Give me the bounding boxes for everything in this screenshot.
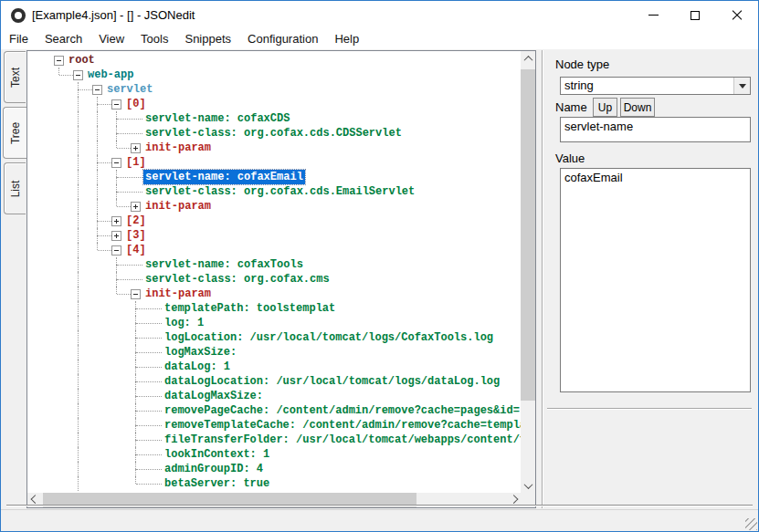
tree-node-label[interactable]: fileTransferFolder: /usr/local/tomcat/we… bbox=[164, 433, 521, 447]
collapse-icon[interactable] bbox=[54, 56, 64, 66]
tree-row[interactable]: fileTransferFolder: /usr/local/tomcat/we… bbox=[27, 433, 521, 447]
node-type-select[interactable]: string bbox=[560, 77, 751, 95]
tab-text[interactable]: Text bbox=[4, 51, 26, 103]
json-tree-view[interactable]: rootweb-appservlet[0]servlet-name: cofax… bbox=[27, 51, 521, 493]
tree-node-label[interactable]: servlet bbox=[107, 82, 153, 97]
tree-node-label[interactable]: init-param bbox=[145, 199, 211, 214]
tree-node-label[interactable]: servlet-class: org.cofax.cds.EmailServle… bbox=[145, 184, 415, 199]
expand-icon[interactable] bbox=[131, 202, 141, 212]
menu-item-snippets[interactable]: Snippets bbox=[176, 29, 239, 49]
tree-row[interactable]: [0] bbox=[27, 97, 521, 111]
vertical-scrollbar[interactable] bbox=[521, 51, 535, 493]
tree-node-label[interactable]: [2] bbox=[126, 214, 146, 228]
tree-node-label[interactable]: init-param bbox=[145, 287, 211, 301]
tree-row[interactable]: servlet-class: org.cofax.cds.CDSServlet bbox=[27, 126, 521, 141]
tree-node-label[interactable]: [1] bbox=[126, 155, 146, 170]
tree-row[interactable]: root bbox=[27, 53, 521, 68]
scroll-down-button[interactable] bbox=[521, 478, 535, 493]
tree-node-label[interactable]: servlet-name: cofaxCDS bbox=[145, 111, 290, 126]
tree-node-label[interactable]: lookInContext: 1 bbox=[164, 447, 269, 462]
tree-row[interactable]: init-param bbox=[27, 199, 521, 214]
tree-row[interactable]: [3] bbox=[27, 228, 521, 243]
collapse-icon[interactable] bbox=[111, 99, 121, 110]
tree-row[interactable]: init-param bbox=[27, 287, 521, 301]
tree-row[interactable]: dataLog: 1 bbox=[27, 360, 521, 374]
tree-node-label[interactable]: adminGroupID: 4 bbox=[164, 462, 263, 476]
tree-row[interactable]: adminGroupID: 4 bbox=[27, 462, 521, 476]
tree-node-label[interactable]: init-param bbox=[145, 141, 211, 155]
menu-item-help[interactable]: Help bbox=[326, 29, 367, 49]
tree-row[interactable]: servlet-name: cofaxEmail bbox=[27, 170, 521, 184]
tree-node-label[interactable]: servlet-name: cofaxEmail bbox=[143, 170, 305, 184]
tree-row[interactable]: servlet-name: cofaxCDS bbox=[27, 111, 521, 126]
combo-dropdown-button[interactable] bbox=[733, 78, 750, 94]
tree-row[interactable]: removeTemplateCache: /content/admin/remo… bbox=[27, 418, 521, 433]
up-button[interactable]: Up bbox=[593, 98, 617, 117]
maximize-button[interactable] bbox=[674, 1, 716, 29]
tree-row[interactable]: logLocation: /usr/local/tomcat/logs/Cofa… bbox=[27, 330, 521, 345]
collapse-icon[interactable] bbox=[92, 85, 102, 95]
tree-node-label[interactable]: dataLogMaxSize: bbox=[164, 389, 263, 403]
tree-row[interactable]: servlet bbox=[27, 82, 521, 97]
tree-row[interactable]: servlet-class: org.cofax.cms bbox=[27, 272, 521, 287]
tab-label: Tree bbox=[9, 121, 22, 143]
tree-node-label[interactable]: [3] bbox=[126, 228, 146, 243]
tree-row[interactable]: removePageCache: /content/admin/remove?c… bbox=[27, 403, 521, 418]
expand-icon[interactable] bbox=[131, 143, 141, 153]
tree-node-label[interactable]: logMaxSize: bbox=[164, 345, 237, 360]
tab-list[interactable]: List bbox=[4, 162, 26, 214]
tree-row[interactable]: log: 1 bbox=[27, 316, 521, 330]
tree-row[interactable]: lookInContext: 1 bbox=[27, 447, 521, 462]
minimize-button[interactable] bbox=[632, 1, 674, 29]
tree-row[interactable]: betaServer: true bbox=[27, 476, 521, 491]
value-field[interactable] bbox=[560, 168, 751, 392]
name-field[interactable] bbox=[560, 117, 751, 142]
tree-node-label[interactable]: servlet-class: org.cofax.cms bbox=[145, 272, 330, 287]
scroll-up-button[interactable] bbox=[521, 51, 535, 66]
expand-icon[interactable] bbox=[111, 216, 121, 226]
tree-node-label[interactable]: servlet-class: org.cofax.cds.CDSServlet bbox=[145, 126, 402, 141]
tree-node-label[interactable]: dataLogLocation: /usr/local/tomcat/logs/… bbox=[164, 374, 500, 389]
tree-row[interactable]: web-app bbox=[27, 68, 521, 82]
tree-node-label[interactable]: removeTemplateCache: /content/admin/remo… bbox=[164, 418, 521, 433]
tree-node-label[interactable]: [0] bbox=[126, 97, 146, 111]
tree-node-label[interactable]: betaServer: true bbox=[164, 476, 269, 491]
tree-row[interactable]: servlet-name: cofaxTools bbox=[27, 257, 521, 272]
tree-node-label[interactable]: dataLog: 1 bbox=[164, 360, 230, 374]
tree-node-label[interactable]: [4] bbox=[126, 243, 146, 257]
tree-node-label[interactable]: logLocation: /usr/local/tomcat/logs/Cofa… bbox=[164, 330, 493, 345]
panel-splitter[interactable] bbox=[542, 50, 543, 508]
tree-row[interactable]: [4] bbox=[27, 243, 521, 257]
tree-node-label[interactable]: servlet-name: cofaxTools bbox=[145, 257, 303, 272]
collapse-icon[interactable] bbox=[131, 289, 141, 299]
tree-row[interactable]: templatePath: toolstemplat bbox=[27, 301, 521, 316]
tab-tree[interactable]: Tree bbox=[3, 107, 26, 159]
tree-node-label[interactable]: removePageCache: /content/admin/remove?c… bbox=[164, 403, 520, 418]
down-button[interactable]: Down bbox=[620, 98, 655, 117]
close-button[interactable] bbox=[716, 1, 758, 29]
tree-node-label[interactable]: log: 1 bbox=[164, 316, 204, 330]
menu-item-view[interactable]: View bbox=[90, 29, 132, 49]
menu-item-search[interactable]: Search bbox=[37, 29, 90, 49]
tree-node-label[interactable]: root bbox=[69, 53, 95, 68]
tree-row[interactable]: init-param bbox=[27, 141, 521, 155]
menu-item-tools[interactable]: Tools bbox=[132, 29, 176, 49]
collapse-icon[interactable] bbox=[111, 158, 121, 168]
tree-row[interactable]: [1] bbox=[27, 155, 521, 170]
menu-item-file[interactable]: File bbox=[1, 29, 37, 49]
collapse-icon[interactable] bbox=[73, 70, 83, 80]
collapse-icon[interactable] bbox=[111, 245, 121, 256]
title-bar[interactable]: [Example4.json] - [] - JSONedit bbox=[1, 1, 758, 29]
tree-node-label[interactable]: web-app bbox=[88, 68, 133, 82]
tree-row[interactable]: dataLogLocation: /usr/local/tomcat/logs/… bbox=[27, 374, 521, 389]
expand-icon[interactable] bbox=[111, 231, 121, 241]
tab-label: List bbox=[9, 180, 22, 197]
resize-grip-icon[interactable] bbox=[745, 518, 757, 530]
tree-row[interactable]: servlet-class: org.cofax.cds.EmailServle… bbox=[27, 184, 521, 199]
tree-row[interactable]: logMaxSize: bbox=[27, 345, 521, 360]
tree-node-label[interactable]: templatePath: toolstemplat bbox=[164, 301, 335, 316]
menu-item-configuration[interactable]: Configuration bbox=[239, 29, 326, 49]
tree-row[interactable]: dataLogMaxSize: bbox=[27, 389, 521, 403]
tree-row[interactable]: [2] bbox=[27, 214, 521, 228]
vertical-scrollbar-thumb[interactable] bbox=[521, 69, 535, 401]
